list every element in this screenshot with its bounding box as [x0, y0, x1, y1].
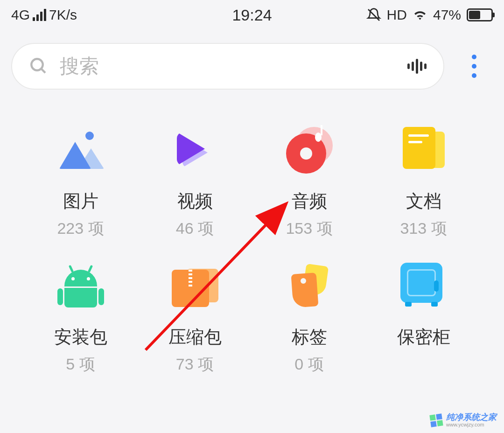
category-images[interactable]: 图片 223 项 [23, 122, 138, 239]
clock: 19:24 [232, 6, 272, 24]
category-archives[interactable]: 压缩包 73 项 [138, 258, 252, 375]
category-audio[interactable]: 音频 153 项 [252, 122, 366, 239]
category-apk[interactable]: 安装包 5 项 [23, 258, 138, 375]
wifi-icon [413, 7, 427, 22]
svg-line-1 [41, 69, 45, 73]
svg-point-0 [31, 59, 43, 70]
category-count: 313 项 [400, 218, 447, 239]
category-label: 保密柜 [397, 325, 450, 349]
category-label: 图片 [63, 189, 98, 213]
watermark-url: www.ycwjzy.com [446, 422, 497, 427]
category-count: 0 项 [294, 354, 323, 375]
network-type: 4G [11, 7, 30, 23]
category-count: 5 项 [66, 354, 95, 375]
documents-icon [396, 122, 452, 178]
status-left: 4G 7K/s [11, 7, 77, 23]
search-input[interactable]: 搜索 [11, 43, 444, 90]
category-videos[interactable]: 视频 46 项 [138, 122, 252, 239]
watermark-title: 纯净系统之家 [446, 413, 497, 421]
more-button[interactable] [455, 51, 493, 82]
category-count: 73 项 [176, 354, 214, 375]
safe-icon [396, 258, 452, 314]
signal-icon [33, 9, 46, 21]
hd-indicator: HD [387, 7, 407, 23]
network-speed: 7K/s [49, 7, 77, 23]
status-bar: 4G 7K/s 19:24 HD 47% [0, 0, 504, 30]
watermark: 纯净系统之家 www.ycwjzy.com [430, 413, 497, 427]
voice-search-icon[interactable] [407, 59, 427, 74]
category-label: 音频 [292, 189, 327, 213]
videos-icon [167, 122, 223, 178]
mute-icon [366, 7, 381, 22]
category-count: 223 项 [57, 218, 104, 239]
category-tags[interactable]: 标签 0 项 [252, 258, 366, 375]
category-label: 文档 [406, 189, 441, 213]
search-icon [29, 56, 49, 76]
search-row: 搜索 [0, 30, 504, 90]
category-documents[interactable]: 文档 313 项 [366, 122, 481, 239]
category-label: 视频 [177, 189, 213, 213]
category-safe[interactable]: 保密柜 [366, 258, 481, 375]
category-label: 压缩包 [168, 325, 222, 349]
category-label: 安装包 [54, 325, 107, 349]
category-count: 153 项 [286, 218, 332, 239]
category-grid: 图片 223 项 视频 46 项 音频 153 项 [0, 90, 504, 375]
search-placeholder: 搜索 [60, 53, 407, 79]
audio-icon [281, 122, 337, 178]
apk-icon [53, 258, 109, 314]
archives-icon [167, 258, 223, 314]
watermark-logo-icon [429, 413, 443, 427]
category-label: 标签 [292, 325, 327, 349]
status-right: HD 47% [366, 7, 493, 23]
battery-percent: 47% [433, 7, 461, 23]
category-count: 46 项 [176, 218, 214, 239]
tags-icon [281, 258, 337, 314]
battery-icon [467, 8, 493, 21]
images-icon [53, 122, 109, 178]
